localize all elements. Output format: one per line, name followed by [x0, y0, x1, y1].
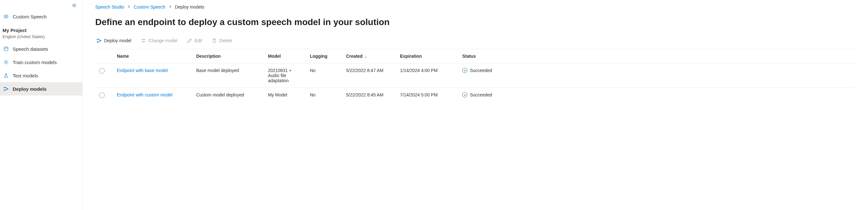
- train-icon: [3, 59, 9, 65]
- toolbar-label: Edit: [195, 38, 202, 43]
- toolbar-label: Change model: [149, 38, 178, 43]
- svg-point-8: [97, 39, 98, 40]
- flask-icon: [3, 73, 9, 78]
- sidebar-item-label: Test models: [13, 73, 38, 78]
- sidebar-item-label: Deploy models: [13, 86, 47, 92]
- status-text: Succeeded: [470, 92, 492, 97]
- column-expiration[interactable]: Expiration: [396, 49, 459, 64]
- datasets-icon: [3, 46, 9, 52]
- chevron-right-icon: [127, 5, 130, 9]
- change-model-button: Change model: [140, 37, 178, 44]
- sidebar-collapse-button[interactable]: [0, 3, 82, 10]
- project-block: My Project English (United States): [0, 23, 82, 42]
- sidebar-item-label: Train custom models: [13, 60, 57, 65]
- status-badge: Succeeded: [462, 68, 851, 73]
- sidebar-item-label: Speech datasets: [13, 46, 48, 52]
- table-row[interactable]: Endpoint with custom model Custom model …: [95, 88, 855, 104]
- svg-point-6: [4, 90, 5, 91]
- endpoint-name-link[interactable]: Endpoint with custom model: [117, 92, 173, 97]
- list-icon: [3, 14, 9, 19]
- endpoints-table: Name Description Model Logging Created ↓…: [95, 49, 855, 103]
- chevron-double-left-icon: [72, 3, 76, 8]
- column-model[interactable]: Model: [264, 49, 306, 64]
- success-icon: [462, 92, 467, 97]
- column-status[interactable]: Status: [459, 49, 855, 64]
- project-name: My Project: [3, 28, 79, 33]
- table-row[interactable]: Endpoint with base model Base model depl…: [95, 64, 855, 88]
- sidebar-item-deploy-models[interactable]: Deploy models: [0, 82, 82, 96]
- cell-model: 20210831 + Audio file adaptation: [264, 64, 306, 88]
- sidebar-item-speech-datasets[interactable]: Speech datasets: [0, 42, 82, 56]
- svg-point-3: [4, 47, 8, 48]
- sort-arrow-down-icon: ↓: [365, 54, 367, 59]
- table-header-row: Name Description Model Logging Created ↓…: [95, 49, 855, 64]
- svg-point-9: [97, 41, 98, 42]
- endpoint-name-link[interactable]: Endpoint with base model: [117, 68, 167, 73]
- row-select-radio[interactable]: [99, 68, 105, 74]
- project-language: English (United States): [3, 34, 79, 39]
- column-created[interactable]: Created ↓: [342, 49, 396, 64]
- toolbar-label: Deploy model: [104, 38, 131, 43]
- edit-icon: [187, 38, 192, 43]
- main-content: Speech Studio Custom Speech Deploy model…: [83, 0, 868, 210]
- cell-description: Custom model deployed: [192, 88, 264, 104]
- column-name[interactable]: Name: [113, 49, 192, 64]
- sidebar-item-train-custom-models[interactable]: Train custom models: [0, 56, 82, 69]
- deploy-icon: [3, 86, 9, 92]
- cell-logging: No: [306, 88, 342, 104]
- cell-created: 5/22/2022 8:47 AM: [342, 64, 396, 88]
- breadcrumb-link-custom-speech[interactable]: Custom Speech: [134, 4, 165, 9]
- swap-icon: [141, 38, 146, 43]
- svg-point-4: [5, 62, 7, 63]
- column-select: [95, 49, 113, 64]
- sidebar-item-custom-speech[interactable]: Custom Speech: [0, 10, 82, 23]
- status-badge: Succeeded: [462, 92, 851, 97]
- trash-icon: [212, 38, 217, 43]
- toolbar: Deploy model Change model Edit Delete: [95, 37, 855, 44]
- svg-point-7: [7, 89, 8, 90]
- status-text: Succeeded: [470, 68, 492, 73]
- column-logging[interactable]: Logging: [306, 49, 342, 64]
- cell-description: Base model deployed: [192, 64, 264, 88]
- svg-point-5: [4, 87, 5, 88]
- chevron-right-icon: [168, 5, 172, 9]
- page-title: Define an endpoint to deploy a custom sp…: [95, 17, 855, 27]
- deploy-model-button[interactable]: Deploy model: [96, 37, 132, 44]
- sidebar-item-label: Custom Speech: [13, 14, 47, 19]
- breadcrumb-current: Deploy models: [175, 4, 205, 9]
- svg-point-10: [100, 40, 101, 41]
- success-icon: [462, 68, 467, 73]
- edit-button: Edit: [186, 37, 203, 44]
- toolbar-label: Delete: [219, 38, 232, 43]
- sidebar: Custom Speech My Project English (United…: [0, 0, 83, 210]
- cell-expiration: 7/14/2024 5:00 PM: [396, 88, 459, 104]
- cell-model: My Model: [264, 88, 306, 104]
- cell-logging: No: [306, 64, 342, 88]
- cell-expiration: 1/14/2024 4:00 PM: [396, 64, 459, 88]
- cell-created: 5/22/2022 8:45 AM: [342, 88, 396, 104]
- row-select-radio[interactable]: [99, 92, 105, 98]
- deploy-icon: [96, 38, 102, 43]
- column-description[interactable]: Description: [192, 49, 264, 64]
- delete-button: Delete: [211, 37, 233, 44]
- sidebar-item-test-models[interactable]: Test models: [0, 69, 82, 82]
- breadcrumb: Speech Studio Custom Speech Deploy model…: [95, 4, 855, 9]
- breadcrumb-link-speech-studio[interactable]: Speech Studio: [95, 4, 124, 9]
